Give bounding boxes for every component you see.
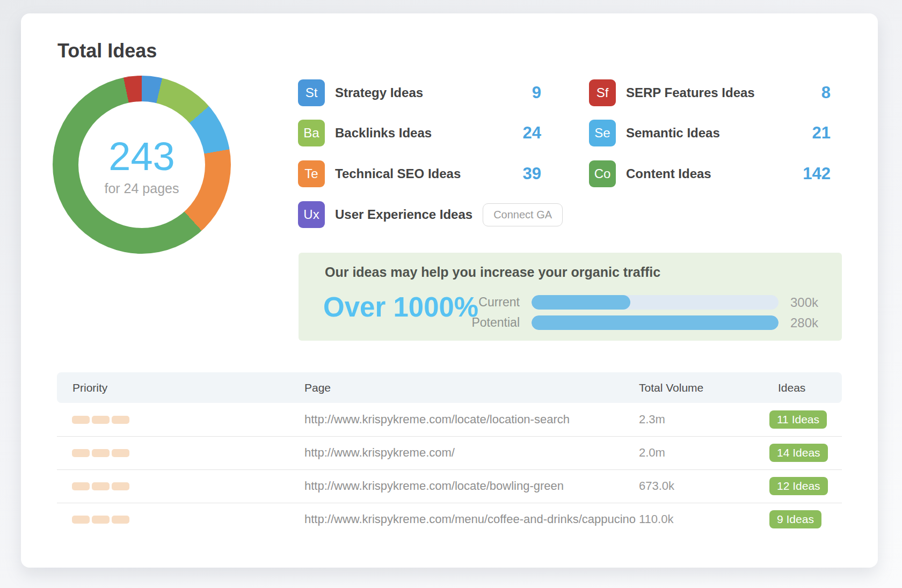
legend-item-label: Strategy Ideas	[335, 85, 423, 100]
priority-placeholder	[72, 436, 129, 469]
content-ideas-count[interactable]: 142	[803, 160, 831, 187]
legend-item-label: Technical SEO Ideas	[335, 166, 461, 181]
potential-bar-value: 280k	[790, 315, 818, 330]
legend-item-serp-features-ideas[interactable]: Sf SERP Features Ideas	[589, 79, 755, 106]
col-header-ideas: Ideas	[778, 372, 805, 403]
semantic-ideas-count[interactable]: 21	[812, 120, 831, 146]
ideas-badge[interactable]: 11 Ideas	[769, 410, 827, 429]
serp-features-ideas-icon: Sf	[589, 79, 616, 106]
content-ideas-icon: Co	[589, 160, 616, 187]
legend-item-label: Content Ideas	[626, 166, 711, 181]
organic-traffic-banner: Our ideas may help you increase your org…	[299, 253, 842, 341]
semantic-ideas-icon: Se	[589, 120, 616, 146]
donut-subtitle: for 24 pages	[105, 181, 179, 196]
priority-pill	[112, 516, 129, 524]
priority-pill	[72, 449, 90, 457]
priority-placeholder	[72, 469, 129, 503]
current-bar-value: 300k	[790, 295, 818, 310]
priority-pill	[92, 516, 110, 524]
current-progress-bar	[532, 295, 779, 310]
connect-ga-button[interactable]: Connect GA	[483, 203, 563, 226]
legend-item-strategy-ideas[interactable]: St Strategy Ideas	[298, 79, 423, 106]
technical-seo-ideas-count[interactable]: 39	[523, 160, 541, 187]
col-header-total-volume: Total Volume	[639, 372, 703, 403]
legend-item-user-experience-ideas[interactable]: Ux User Experience Ideas Connect GA	[298, 201, 563, 228]
priority-pill	[92, 416, 110, 424]
page-background: Total Ideas 243 for 24 pages St Strategy…	[0, 0, 902, 588]
page-url-link[interactable]: http://www.krispykreme.com/locate/locati…	[304, 403, 570, 436]
table-row: http://www.krispykreme.com/locate/bowlin…	[57, 469, 842, 503]
legend-item-label: SERP Features Ideas	[626, 85, 755, 100]
legend-item-semantic-ideas[interactable]: Se Semantic Ideas	[589, 120, 720, 146]
priority-pill	[112, 449, 129, 457]
potential-progress-fill	[532, 315, 779, 330]
ideas-badge[interactable]: 12 Ideas	[769, 477, 828, 495]
priority-pill	[112, 416, 129, 424]
page-url-link[interactable]: http://www.krispykreme.com/menu/coffee-a…	[304, 503, 636, 536]
legend-item-technical-seo-ideas[interactable]: Te Technical SEO Ideas	[298, 160, 461, 187]
legend-item-label: Backlinks Ideas	[335, 126, 432, 141]
table-header-row: Priority Page Total Volume Ideas	[57, 372, 842, 403]
total-volume-value: 110.0k	[639, 503, 673, 536]
strategy-ideas-count[interactable]: 9	[532, 79, 541, 106]
legend-item-label: Semantic Ideas	[626, 126, 720, 141]
potential-progress-bar	[532, 315, 779, 330]
col-header-page: Page	[304, 372, 331, 403]
priority-pill	[92, 482, 110, 490]
banner-heading: Our ideas may help you increase your org…	[325, 264, 660, 280]
total-volume-value: 2.0m	[639, 436, 665, 469]
potential-bar-label: Potential	[434, 315, 520, 330]
priority-pill	[72, 516, 90, 524]
legend-item-label: User Experience Ideas	[335, 207, 472, 222]
user-experience-ideas-icon: Ux	[298, 201, 325, 228]
table-row: http://www.krispykreme.com/locate/locati…	[57, 403, 842, 437]
strategy-ideas-icon: St	[298, 79, 325, 106]
current-progress-fill	[532, 295, 630, 310]
total-volume-value: 2.3m	[639, 403, 665, 436]
backlinks-ideas-count[interactable]: 24	[523, 120, 541, 146]
table-row: http://www.krispykreme.com/ 2.0m 14 Idea…	[57, 436, 842, 470]
priority-placeholder	[72, 403, 129, 436]
backlinks-ideas-icon: Ba	[298, 120, 325, 146]
legend-item-content-ideas[interactable]: Co Content Ideas	[589, 160, 711, 187]
col-header-priority: Priority	[72, 372, 107, 403]
legend-item-backlinks-ideas[interactable]: Ba Backlinks Ideas	[298, 120, 432, 146]
donut-center: 243 for 24 pages	[78, 101, 205, 228]
total-ideas-card: Total Ideas 243 for 24 pages St Strategy…	[21, 13, 878, 568]
priority-pill	[72, 416, 90, 424]
priority-pill	[92, 449, 110, 457]
ideas-badge[interactable]: 9 Ideas	[769, 510, 821, 528]
technical-seo-ideas-icon: Te	[298, 160, 325, 187]
priority-pill	[112, 482, 129, 490]
table-row: http://www.krispykreme.com/menu/coffee-a…	[57, 503, 842, 536]
page-url-link[interactable]: http://www.krispykreme.com/locate/bowlin…	[304, 469, 564, 503]
donut-total-value: 243	[108, 137, 174, 177]
priority-placeholder	[72, 503, 129, 536]
ideas-badge[interactable]: 14 Ideas	[769, 444, 828, 462]
total-ideas-donut: 243 for 24 pages	[53, 76, 231, 254]
total-volume-value: 673.0k	[639, 469, 674, 503]
current-bar-label: Current	[434, 295, 520, 310]
page-url-link[interactable]: http://www.krispykreme.com/	[304, 436, 455, 469]
page-title: Total Ideas	[57, 41, 157, 61]
serp-features-ideas-count[interactable]: 8	[821, 79, 831, 106]
priority-pill	[72, 482, 90, 490]
